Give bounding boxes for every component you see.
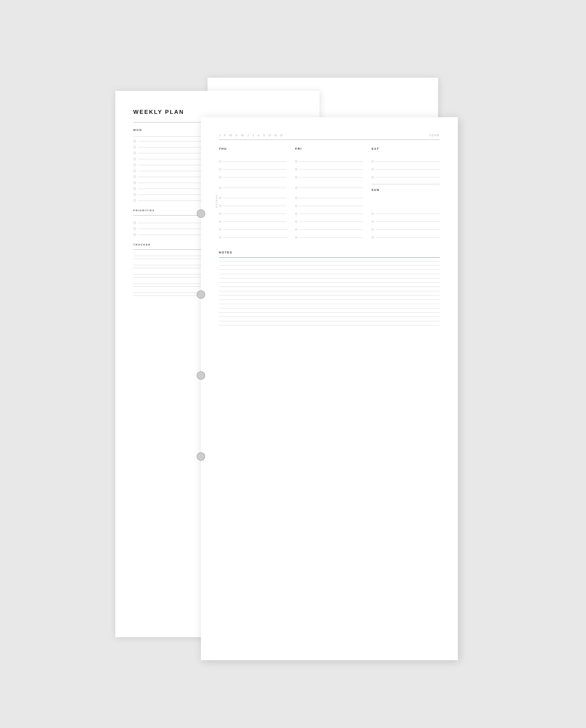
- month-a2: A: [258, 134, 260, 137]
- task-circle: [133, 228, 136, 230]
- notes-line: [219, 325, 440, 326]
- table-row: SUN: [219, 184, 440, 194]
- notes-line: [219, 261, 440, 261]
- task-line: [223, 237, 287, 238]
- task-circle: [133, 181, 136, 184]
- weekly-plan-title: WEEKLY PLAN: [133, 109, 301, 115]
- notes-line: [219, 269, 440, 270]
- task-line: [299, 198, 363, 198]
- task-circle: [133, 158, 136, 160]
- task-circle: [295, 176, 297, 178]
- task-line: [299, 237, 363, 238]
- table-row: [219, 228, 440, 234]
- task-line: [299, 229, 363, 230]
- task-line: [375, 237, 440, 238]
- notes-line: [219, 265, 440, 266]
- task-circle: [295, 228, 297, 231]
- task-circle: [219, 236, 221, 239]
- sun-header: SUN: [371, 188, 440, 191]
- task-circle: [219, 228, 221, 231]
- month-s: S: [263, 134, 266, 137]
- notes-line: [219, 308, 440, 308]
- notes-line: [219, 300, 440, 300]
- task-circle: [219, 187, 221, 189]
- task-circle: [133, 176, 136, 178]
- task-line: [299, 169, 363, 170]
- task-circle: [371, 168, 374, 171]
- task-circle: [295, 187, 297, 189]
- ring-holes: [195, 117, 207, 660]
- month-n: N: [275, 134, 277, 137]
- table-row: [219, 168, 440, 174]
- task-line: [375, 214, 440, 214]
- right-header: J F M A M J J A S O N D YEAR: [219, 134, 440, 137]
- task-line: [223, 169, 287, 170]
- task-circle: [133, 187, 136, 190]
- task-line: [223, 206, 287, 206]
- notes-line: [219, 291, 440, 291]
- task-circle: [133, 163, 136, 166]
- page-right: J F M A M J J A S O N D YEAR THU FRI SAT: [201, 117, 458, 660]
- notes-line: [219, 304, 440, 304]
- task-line: [375, 222, 440, 222]
- task-circle: [371, 220, 374, 223]
- notes-line: [219, 282, 440, 283]
- task-line: [299, 206, 363, 206]
- notes-divider-top: [219, 257, 440, 258]
- right-divider: [219, 139, 440, 140]
- task-circle: [133, 193, 136, 196]
- task-circle: [371, 228, 374, 231]
- month-a1: A: [236, 134, 238, 137]
- table-row: [219, 220, 440, 226]
- task-line: [375, 229, 440, 230]
- month-m1: M: [229, 134, 233, 137]
- table-row: [219, 213, 440, 218]
- task-circle: [133, 199, 136, 202]
- table-row: [219, 205, 440, 210]
- task-line: [223, 161, 287, 162]
- task-line: [375, 177, 440, 177]
- table-row: [219, 197, 440, 202]
- notes-line: [219, 317, 440, 317]
- task-circle: [371, 176, 374, 178]
- sat-header: SAT: [371, 147, 440, 150]
- task-line: [223, 229, 287, 230]
- task-circle: [371, 160, 374, 162]
- month-f: F: [224, 134, 226, 137]
- task-line: [223, 214, 287, 214]
- task-circle: [219, 168, 221, 171]
- task-line: [223, 198, 287, 198]
- notes-line: [219, 274, 440, 274]
- task-circle: [295, 220, 297, 223]
- task-circle: [133, 170, 136, 172]
- task-circle: [219, 213, 221, 215]
- task-circle: [295, 205, 297, 207]
- task-circle: [219, 176, 221, 178]
- task-circle: [371, 213, 374, 215]
- table-row: [219, 176, 440, 181]
- task-circle: [295, 213, 297, 215]
- task-line: [299, 161, 363, 162]
- month-d: D: [280, 134, 283, 137]
- task-circle: [219, 205, 221, 207]
- task-circle: [219, 220, 221, 223]
- extras-label: EXTRAS: [215, 194, 217, 207]
- task-line: [299, 177, 363, 177]
- task-circle: [219, 160, 221, 162]
- task-circle: [133, 152, 136, 154]
- task-circle: [133, 140, 136, 142]
- task-line: [375, 169, 440, 170]
- table-row: [219, 160, 440, 165]
- month-j2: J: [247, 134, 249, 137]
- month-j1: J: [219, 134, 221, 137]
- notes-line: [219, 278, 440, 279]
- ring-hole: [197, 209, 205, 218]
- task-line: [223, 177, 287, 177]
- notes-label: NOTES: [219, 251, 440, 254]
- day-headers-row: THU FRI SAT: [219, 147, 440, 156]
- task-line: [299, 214, 363, 214]
- task-circle: [371, 236, 374, 239]
- notes-line: [219, 321, 440, 321]
- ring-hole: [197, 452, 205, 461]
- notes-section: NOTES: [219, 251, 440, 326]
